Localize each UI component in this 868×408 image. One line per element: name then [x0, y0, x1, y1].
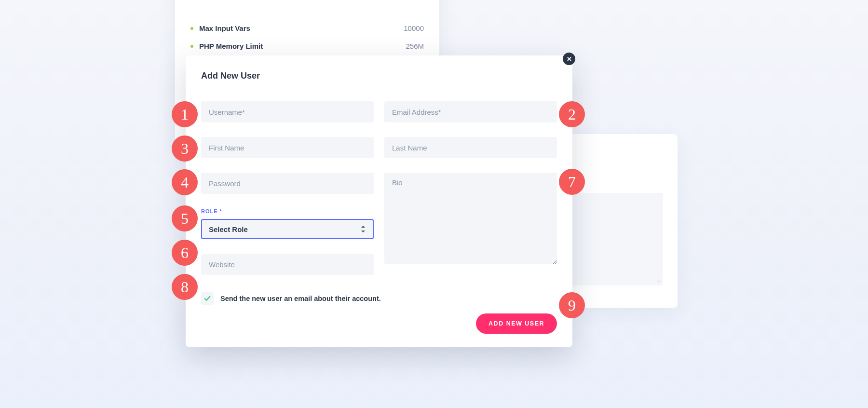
annotation-badge: 8	[172, 274, 198, 300]
last-name-input[interactable]	[384, 137, 557, 158]
annotation-badge: 2	[559, 101, 585, 127]
add-new-user-button[interactable]: ADD NEW USER	[476, 313, 557, 334]
annotation-badge: 3	[172, 136, 198, 162]
list-item: PHP Memory Limit 256M	[190, 37, 424, 55]
email-input[interactable]	[384, 101, 557, 122]
sys-value: 10000	[404, 24, 424, 32]
annotation-badge: 9	[559, 292, 585, 318]
chevron-sort-icon	[361, 226, 366, 232]
send-email-checkbox[interactable]	[201, 292, 214, 305]
send-email-label: Send the new user an email about their a…	[220, 295, 381, 302]
modal-title: Add New User	[201, 71, 557, 81]
sys-label: PHP Memory Limit	[199, 42, 263, 50]
sys-label: Max Input Vars	[199, 24, 250, 32]
annotation-badge: 7	[559, 169, 585, 195]
password-input[interactable]	[201, 173, 374, 194]
sys-value: 256M	[406, 42, 424, 50]
list-item: Max Input Vars 10000	[190, 19, 424, 37]
website-input[interactable]	[201, 254, 374, 275]
role-select[interactable]: Select Role	[201, 219, 374, 239]
annotation-badge: 6	[172, 240, 198, 266]
username-input[interactable]	[201, 101, 374, 122]
first-name-input[interactable]	[201, 137, 374, 158]
close-icon: ✕	[567, 55, 572, 63]
add-user-modal: ✕ Add New User ROLE * Select Role S	[186, 55, 572, 347]
status-dot-icon	[190, 45, 193, 48]
annotation-badge: 4	[172, 169, 198, 195]
status-dot-icon	[190, 27, 193, 30]
check-icon	[204, 295, 211, 302]
bio-textarea[interactable]	[384, 173, 557, 264]
role-label: ROLE *	[201, 208, 374, 214]
role-selected-value: Select Role	[209, 225, 361, 233]
close-button[interactable]: ✕	[563, 53, 575, 65]
annotation-badge: 5	[172, 205, 198, 231]
annotation-badge: 1	[172, 101, 198, 127]
